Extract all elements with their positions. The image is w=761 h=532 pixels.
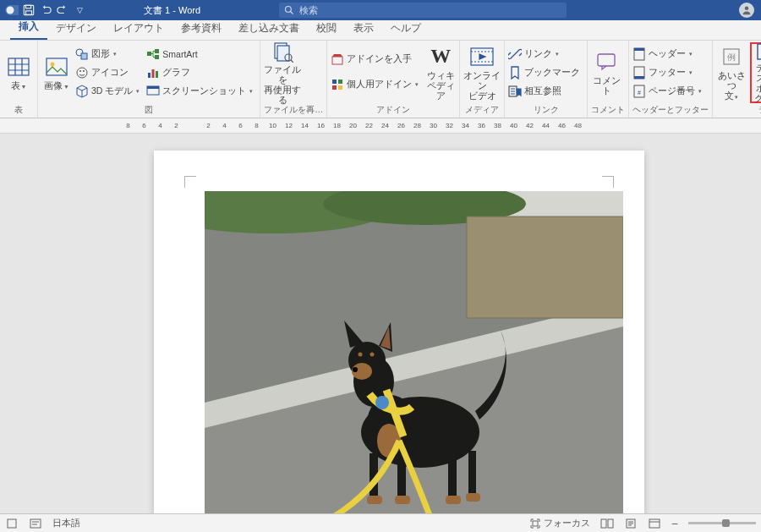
screenshot-button[interactable]: スクリーンショット▾ — [146, 83, 256, 100]
svg-rect-27 — [332, 80, 337, 84]
ribbon-tabs: 挿入 デザイン レイアウト 参考資料 差し込み文書 校閲 表示 ヘルプ — [0, 20, 761, 41]
smartart-icon — [146, 47, 160, 61]
svg-point-74 — [370, 353, 375, 357]
svg-rect-29 — [332, 85, 337, 90]
3dmodels-button[interactable]: 3D モデル▾ — [75, 83, 143, 100]
search-box[interactable]: 検索 — [279, 3, 567, 18]
my-addins-button[interactable]: 個人用アドイン▾ — [331, 76, 422, 93]
pagenum-icon: # — [632, 85, 646, 98]
tab-view[interactable]: 表示 — [345, 18, 382, 40]
svg-point-72 — [353, 367, 358, 372]
svg-rect-35 — [634, 48, 644, 51]
web-layout-icon[interactable] — [648, 518, 661, 529]
bookmark-icon — [508, 66, 522, 80]
link-button[interactable]: リンク▾ — [508, 46, 583, 63]
pictures-button[interactable]: 画像▼ — [41, 42, 72, 103]
greeting-button[interactable]: 例 あいさつ文▾ — [716, 42, 747, 103]
page[interactable] — [154, 151, 644, 513]
svg-rect-17 — [155, 55, 159, 59]
svg-rect-24 — [277, 46, 289, 61]
svg-text:例: 例 — [727, 52, 736, 62]
redo-icon[interactable] — [56, 3, 69, 17]
svg-text:#: # — [638, 90, 641, 96]
svg-rect-68 — [466, 493, 480, 502]
group-tables: 表▼ 表 — [0, 41, 38, 118]
svg-rect-33 — [598, 54, 615, 66]
print-layout-

on inter| data-interactable= — [624, 518, 638, 529]
table-button[interactable]: 表▼ — [3, 42, 34, 103]
svg-rect-11 — [81, 53, 87, 59]
svg-rect-30 — [338, 85, 342, 90]
online-video-button[interactable]: オンラインビデオ — [463, 42, 501, 103]
reuse-files-button[interactable]: ファイルを再使用する — [264, 42, 301, 103]
svg-rect-28 — [338, 80, 342, 84]
crossref-icon — [508, 85, 522, 98]
group-illustrations: 画像▼ 図形▾ アイコン 3D モデル▾ SmartArt グラフ スクリーンシ… — [38, 41, 260, 118]
footer-icon — [632, 66, 646, 80]
svg-rect-65 — [448, 453, 457, 500]
group-addins: アドインを入手 個人用アドイン▾ W ウィキペディア アドイン — [327, 41, 460, 118]
wikipedia-icon: W — [429, 45, 452, 69]
tab-review[interactable]: 校閲 — [308, 18, 345, 40]
text-box-icon: A — [753, 42, 761, 61]
icons-button[interactable]: アイコン — [75, 64, 143, 81]
horizontal-ruler[interactable]: 8642246810121416182022242628303234363840… — [0, 118, 761, 134]
comment-button[interactable]: コメント — [591, 42, 621, 103]
svg-rect-63 — [397, 456, 406, 500]
video-icon — [470, 45, 494, 69]
icons-icon — [75, 66, 89, 80]
table-icon — [7, 55, 30, 79]
svg-rect-80 — [608, 519, 613, 528]
tab-help[interactable]: ヘルプ — [382, 18, 430, 40]
autosave-toggle[interactable] — [5, 3, 19, 17]
tab-layout[interactable]: レイアウト — [105, 18, 172, 40]
chart-icon — [146, 66, 160, 80]
svg-rect-4 — [26, 11, 32, 14]
header-button[interactable]: ヘッダー▾ — [632, 46, 705, 63]
smartart-button[interactable]: SmartArt — [146, 46, 256, 63]
svg-rect-56 — [467, 217, 623, 318]
svg-rect-16 — [155, 49, 159, 53]
svg-point-73 — [359, 353, 363, 357]
text-box-button[interactable]: A テキストボックス▾ — [750, 42, 761, 103]
zoom-out[interactable]: − — [671, 517, 678, 530]
store-icon — [331, 52, 344, 66]
language-status[interactable]: 日本語 — [52, 518, 80, 529]
svg-rect-22 — [147, 86, 159, 89]
group-media: オンラインビデオ メディア — [460, 41, 505, 118]
focus-mode[interactable]: フォーカス — [530, 518, 590, 529]
tab-references[interactable]: 参考資料 — [172, 18, 230, 40]
document-area[interactable] — [0, 134, 761, 513]
comment-icon — [594, 50, 618, 74]
margin-mark-tr — [602, 176, 614, 188]
get-addins-button[interactable]: アドインを入手 — [331, 51, 422, 68]
bookmark-button[interactable]: ブックマーク — [508, 64, 583, 81]
save-icon[interactable] — [22, 3, 36, 17]
svg-rect-42 — [758, 44, 761, 59]
svg-rect-66 — [446, 496, 461, 504]
zoom-slider[interactable] — [688, 522, 756, 524]
footer-button[interactable]: フッター▾ — [632, 64, 705, 81]
section-icon[interactable] — [5, 518, 19, 529]
focus-icon — [530, 518, 540, 529]
inserted-image[interactable] — [205, 191, 623, 513]
svg-point-13 — [79, 70, 81, 72]
pagenum-button[interactable]: #ページ番号▾ — [632, 83, 705, 100]
account-avatar[interactable] — [739, 3, 754, 18]
svg-rect-26 — [332, 57, 342, 64]
undo-icon[interactable] — [39, 3, 52, 17]
chart-button[interactable]: グラフ — [146, 64, 256, 81]
crossref-button[interactable]: 相互参照 — [508, 83, 583, 100]
quick-access-toolbar: ▽ — [0, 3, 86, 17]
read-mode-icon[interactable] — [600, 518, 614, 529]
search-placeholder: 検索 — [299, 4, 318, 17]
spellcheck-icon[interactable] — [29, 518, 42, 529]
tab-mailings[interactable]: 差し込み文書 — [230, 18, 308, 40]
shapes-button[interactable]: 図形▾ — [75, 46, 143, 63]
shapes-icon — [75, 47, 89, 61]
qat-customize-icon[interactable]: ▽ — [73, 3, 86, 17]
tab-design[interactable]: デザイン — [47, 18, 105, 40]
wikipedia-button[interactable]: W ウィキペディア — [425, 42, 456, 103]
svg-rect-18 — [148, 73, 151, 78]
svg-rect-8 — [47, 58, 67, 75]
